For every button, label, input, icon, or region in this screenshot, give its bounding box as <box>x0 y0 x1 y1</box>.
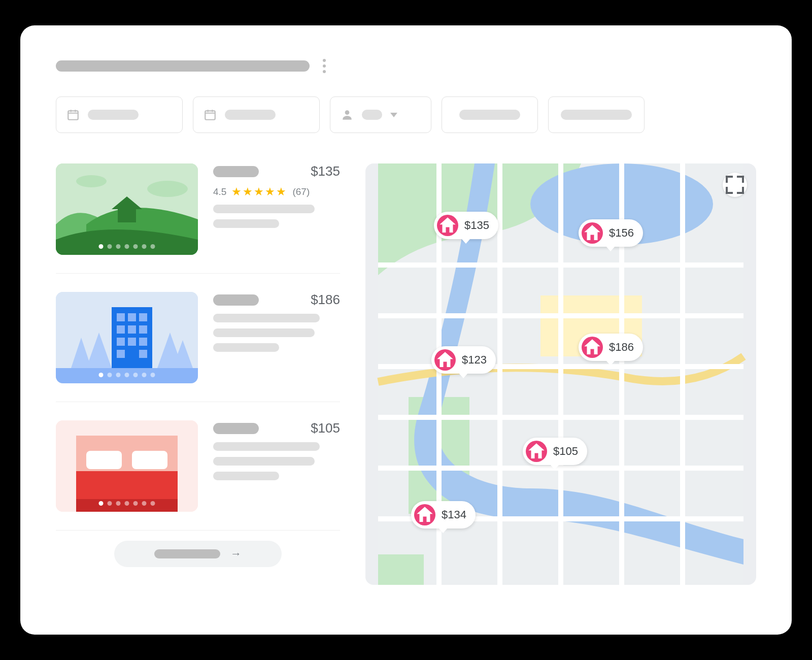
detail-line-placeholder <box>213 457 315 466</box>
svg-rect-25 <box>139 350 147 358</box>
map-price-pin[interactable]: $156 <box>579 219 643 247</box>
calendar-icon <box>66 108 80 121</box>
rating-value: 4.5 <box>213 186 226 197</box>
filter-chip-1[interactable] <box>442 96 538 133</box>
load-more-label-placeholder <box>154 549 220 558</box>
calendar-icon <box>204 108 217 121</box>
listing-card[interactable]: $186 <box>56 273 340 402</box>
pin-price: $105 <box>553 445 578 458</box>
header <box>56 56 756 76</box>
listing-price: $135 <box>311 163 340 179</box>
filter-chip-2[interactable] <box>548 96 645 133</box>
load-more-button[interactable]: → <box>114 541 282 567</box>
listing-body: $135 4.5 ★★★★★ (67) <box>213 163 340 255</box>
detail-line-placeholder <box>213 328 315 337</box>
listing-title-placeholder <box>213 294 259 306</box>
svg-rect-18 <box>117 325 125 334</box>
arrow-right-icon: → <box>230 547 242 560</box>
listing-card[interactable]: $105 <box>56 402 340 530</box>
pin-price: $156 <box>609 226 634 240</box>
map-price-pin[interactable]: $123 <box>431 346 496 374</box>
listing-body: $186 <box>213 292 340 383</box>
listing-body: $105 <box>213 420 340 512</box>
detail-line-placeholder <box>213 442 320 451</box>
content: $135 4.5 ★★★★★ (67) <box>56 163 756 609</box>
detail-line-placeholder <box>213 314 320 322</box>
carousel-dots[interactable] <box>99 373 155 377</box>
svg-rect-15 <box>117 313 125 321</box>
map[interactable]: $135$156$123$186$105$134 <box>365 163 756 585</box>
svg-rect-30 <box>86 451 122 469</box>
map-price-pin[interactable]: $186 <box>579 334 643 361</box>
listing-thumbnail[interactable] <box>56 420 198 512</box>
star-icons: ★★★★★ <box>231 185 287 199</box>
svg-point-4 <box>147 181 188 197</box>
overflow-menu-button[interactable] <box>320 56 329 76</box>
home-icon <box>582 337 603 358</box>
svg-rect-28 <box>76 471 178 499</box>
svg-rect-22 <box>128 338 136 346</box>
home-icon <box>414 504 435 525</box>
svg-rect-23 <box>139 338 147 346</box>
detail-line-placeholder <box>213 205 315 213</box>
svg-point-5 <box>76 175 107 187</box>
checkin-date-chip[interactable] <box>56 96 183 133</box>
pin-price: $123 <box>462 353 487 367</box>
svg-rect-20 <box>139 325 147 334</box>
svg-rect-19 <box>128 325 136 334</box>
svg-rect-31 <box>132 451 167 469</box>
bed-illustration <box>56 420 198 512</box>
building-illustration <box>56 292 198 383</box>
svg-rect-17 <box>139 313 147 321</box>
detail-line-placeholder <box>213 219 279 228</box>
person-icon <box>341 108 354 121</box>
guests-chip[interactable] <box>330 96 431 133</box>
listing-title-placeholder <box>213 166 259 177</box>
listing-thumbnail[interactable] <box>56 292 198 383</box>
chip-label-placeholder <box>561 110 632 120</box>
svg-rect-16 <box>128 313 136 321</box>
svg-rect-21 <box>117 338 125 346</box>
map-price-pin[interactable]: $135 <box>434 212 498 239</box>
listing-title-placeholder <box>213 423 259 434</box>
svg-rect-1 <box>205 111 215 119</box>
app-window: $135 4.5 ★★★★★ (67) <box>20 25 792 635</box>
home-icon <box>526 441 547 462</box>
listing-price: $186 <box>311 292 340 308</box>
pin-price: $186 <box>609 341 634 354</box>
chip-label-placeholder <box>88 110 139 120</box>
checkout-date-chip[interactable] <box>193 96 320 133</box>
map-price-pin[interactable]: $134 <box>411 501 476 529</box>
listings-column: $135 4.5 ★★★★★ (67) <box>56 163 340 609</box>
pin-price: $134 <box>442 508 466 521</box>
carousel-dots[interactable] <box>99 501 155 506</box>
svg-rect-34 <box>378 554 424 585</box>
expand-map-button[interactable] <box>723 173 747 197</box>
page-title-placeholder <box>56 60 310 72</box>
detail-line-placeholder <box>213 472 279 480</box>
svg-rect-0 <box>68 111 78 119</box>
svg-rect-24 <box>117 350 125 358</box>
svg-rect-7 <box>118 209 136 222</box>
carousel-dots[interactable] <box>99 244 155 249</box>
landscape-illustration <box>56 163 198 255</box>
rating-row: 4.5 ★★★★★ (67) <box>213 185 340 199</box>
expand-icon <box>723 173 747 197</box>
listing-card[interactable]: $135 4.5 ★★★★★ (67) <box>56 163 340 273</box>
filter-bar <box>56 96 756 133</box>
listing-price: $105 <box>311 420 340 436</box>
detail-line-placeholder <box>213 343 279 352</box>
chip-label-placeholder <box>362 110 382 120</box>
home-icon <box>437 215 458 236</box>
review-count: (67) <box>292 186 310 197</box>
chevron-down-icon <box>390 113 397 117</box>
chip-label-placeholder <box>459 110 520 120</box>
home-icon <box>582 222 603 244</box>
chip-label-placeholder <box>225 110 276 120</box>
map-price-pin[interactable]: $105 <box>523 438 587 465</box>
map-panel: $135$156$123$186$105$134 <box>365 163 756 609</box>
pin-price: $135 <box>464 219 489 232</box>
listing-thumbnail[interactable] <box>56 163 198 255</box>
home-icon <box>434 349 456 371</box>
svg-point-2 <box>345 110 350 115</box>
